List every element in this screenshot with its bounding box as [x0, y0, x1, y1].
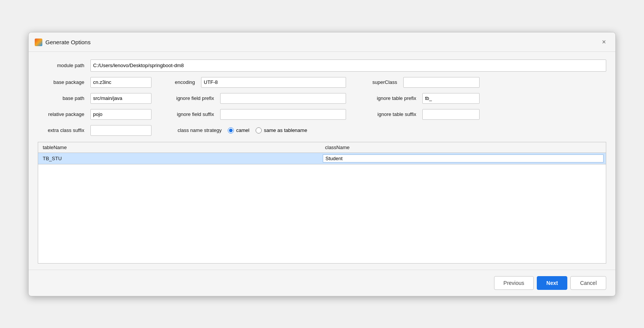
row-extra-class: extra class suffix class name strategy c…: [38, 125, 606, 136]
super-class-group: superClass: [358, 77, 480, 88]
cell-table-name: TB_STU: [38, 153, 320, 164]
base-package-input[interactable]: [90, 77, 151, 88]
class-name-strategy-group: class name strategy camel same as tablen…: [164, 127, 307, 133]
base-path-input[interactable]: [90, 93, 151, 104]
ignore-field-suffix-label: ignore field suffix: [164, 111, 217, 117]
encoding-input[interactable]: [201, 77, 346, 88]
encoding-label: encoding: [164, 79, 198, 85]
next-button[interactable]: Next: [537, 276, 567, 290]
dialog-content: module path base package encoding superC…: [29, 52, 615, 270]
class-name-strategy-label: class name strategy: [164, 127, 225, 133]
dialog-title: Generate Options: [45, 39, 90, 45]
relative-package-input[interactable]: [90, 109, 151, 120]
module-path-label: module path: [38, 63, 87, 68]
ignore-field-prefix-group: ignore field prefix: [164, 93, 346, 104]
close-button[interactable]: ×: [599, 37, 609, 48]
table-row: TB_STU: [38, 153, 606, 164]
row-relative-package: relative package ignore field suffix ign…: [38, 109, 606, 120]
radio-same-label: same as tablename: [264, 127, 307, 133]
ignore-field-prefix-input[interactable]: [220, 93, 346, 104]
relative-package-label: relative package: [38, 111, 87, 117]
ignore-table-suffix-group: ignore table suffix: [358, 109, 480, 120]
module-path-row: module path: [38, 59, 606, 72]
title-bar: Generate Options ×: [29, 32, 615, 52]
ignore-table-suffix-label: ignore table suffix: [358, 111, 419, 117]
cancel-button[interactable]: Cancel: [570, 276, 606, 290]
radio-same-input[interactable]: [256, 127, 262, 133]
table-header: tableName className: [38, 142, 606, 153]
ignore-table-suffix-input[interactable]: [422, 109, 480, 120]
class-name-strategy-radios: camel same as tablename: [228, 127, 307, 133]
dialog-footer: Previous Next Cancel: [29, 270, 615, 296]
col-header-table-name: tableName: [38, 142, 320, 153]
super-class-label: superClass: [358, 79, 400, 85]
relative-package-group: relative package: [38, 109, 151, 120]
super-class-input[interactable]: [403, 77, 480, 88]
ignore-table-prefix-group: ignore table prefix: [358, 93, 480, 104]
col-header-class-name: className: [320, 142, 606, 153]
table-area: tableName className TB_STU: [38, 142, 606, 264]
radio-same-option[interactable]: same as tablename: [256, 127, 307, 133]
module-path-input[interactable]: [90, 59, 606, 72]
radio-camel-input[interactable]: [228, 127, 234, 133]
base-path-label: base path: [38, 95, 87, 101]
generate-options-dialog: Generate Options × module path base pack…: [28, 32, 616, 296]
radio-camel-label: camel: [236, 127, 250, 133]
ignore-field-prefix-label: ignore field prefix: [164, 95, 217, 101]
class-name-input[interactable]: [323, 154, 604, 162]
ignore-field-suffix-group: ignore field suffix: [164, 109, 346, 120]
table-empty-area: [38, 164, 606, 264]
cell-class-name[interactable]: [320, 153, 606, 164]
row-base-package: base package encoding superClass: [38, 77, 606, 88]
previous-button[interactable]: Previous: [494, 276, 534, 290]
ignore-field-suffix-input[interactable]: [220, 109, 346, 120]
extra-class-suffix-group: extra class suffix: [38, 125, 151, 136]
ignore-table-prefix-label: ignore table prefix: [358, 95, 419, 101]
extra-class-suffix-input[interactable]: [90, 125, 151, 136]
data-table: tableName className TB_STU: [38, 142, 606, 164]
base-path-group: base path: [38, 93, 151, 104]
row-base-path: base path ignore field prefix ignore tab…: [38, 93, 606, 104]
app-icon: [35, 39, 42, 46]
base-package-label: base package: [38, 79, 87, 85]
encoding-group: encoding: [164, 77, 346, 88]
base-package-group: base package: [38, 77, 151, 88]
ignore-table-prefix-input[interactable]: [422, 93, 480, 104]
extra-class-suffix-label: extra class suffix: [38, 127, 87, 133]
title-bar-left: Generate Options: [35, 39, 90, 46]
radio-camel-option[interactable]: camel: [228, 127, 250, 133]
